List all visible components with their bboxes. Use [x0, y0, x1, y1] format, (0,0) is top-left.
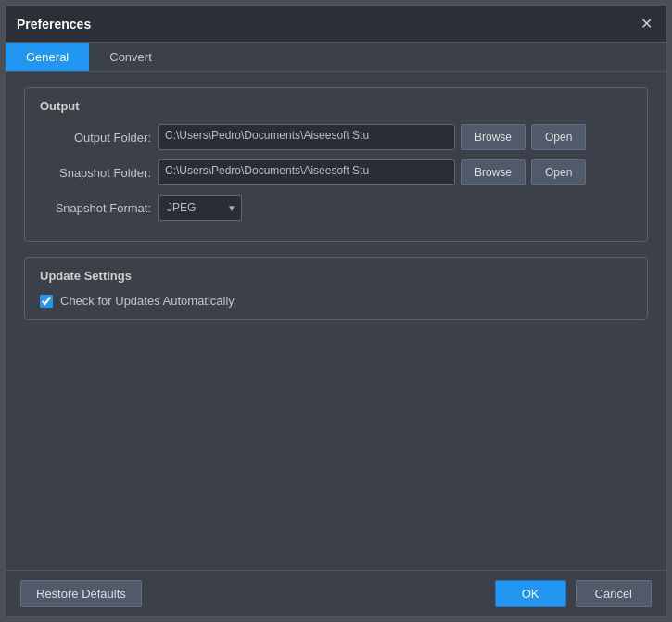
- output-section-title: Output: [40, 99, 632, 113]
- snapshot-folder-value: C:\Users\Pedro\Documents\Aiseesoft Stu: [158, 159, 455, 185]
- cancel-button[interactable]: Cancel: [576, 580, 652, 607]
- output-folder-row: Output Folder: C:\Users\Pedro\Documents\…: [40, 124, 632, 150]
- check-updates-row: Check for Updates Automatically: [40, 294, 632, 308]
- snapshot-folder-row: Snapshot Folder: C:\Users\Pedro\Document…: [40, 159, 632, 185]
- snapshot-format-wrapper: JPEG PNG BMP ▼: [158, 195, 242, 221]
- snapshot-format-select[interactable]: JPEG PNG BMP: [158, 195, 242, 221]
- output-folder-label: Output Folder:: [40, 131, 151, 145]
- tab-general[interactable]: General: [6, 43, 89, 71]
- snapshot-format-row: Snapshot Format: JPEG PNG BMP ▼: [40, 195, 632, 221]
- snapshot-open-button[interactable]: Open: [531, 159, 586, 185]
- output-open-button[interactable]: Open: [531, 124, 586, 150]
- snapshot-folder-label: Snapshot Folder:: [40, 166, 151, 180]
- tab-bar: General Convert: [6, 43, 666, 72]
- output-section: Output Output Folder: C:\Users\Pedro\Doc…: [24, 87, 648, 242]
- preferences-dialog: Preferences ✕ General Convert Output Out…: [5, 5, 667, 617]
- update-section: Update Settings Check for Updates Automa…: [24, 257, 648, 320]
- tab-convert[interactable]: Convert: [89, 43, 172, 71]
- footer: Restore Defaults OK Cancel: [6, 570, 666, 616]
- title-bar: Preferences ✕: [6, 6, 666, 43]
- dialog-title: Preferences: [17, 17, 91, 32]
- restore-defaults-button[interactable]: Restore Defaults: [20, 580, 142, 607]
- update-section-title: Update Settings: [40, 269, 632, 283]
- output-folder-value: C:\Users\Pedro\Documents\Aiseesoft Stu: [158, 124, 455, 150]
- ok-button[interactable]: OK: [495, 580, 566, 607]
- snapshot-browse-button[interactable]: Browse: [461, 159, 526, 185]
- footer-right: OK Cancel: [495, 580, 652, 607]
- content-area: Output Output Folder: C:\Users\Pedro\Doc…: [6, 72, 666, 570]
- check-updates-checkbox[interactable]: [40, 295, 53, 308]
- close-button[interactable]: ✕: [637, 15, 655, 33]
- snapshot-format-label: Snapshot Format:: [40, 201, 151, 215]
- check-updates-label[interactable]: Check for Updates Automatically: [60, 294, 235, 308]
- output-browse-button[interactable]: Browse: [461, 124, 526, 150]
